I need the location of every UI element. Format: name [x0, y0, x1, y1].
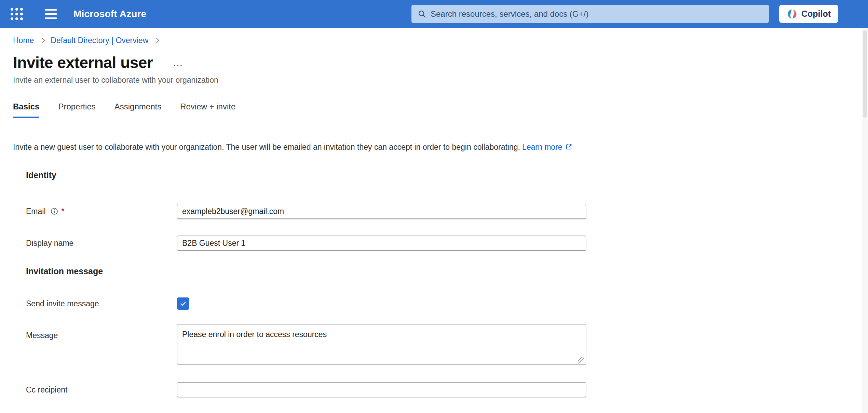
tab-properties[interactable]: Properties: [58, 102, 95, 118]
chevron-right-icon: [40, 38, 45, 43]
global-search[interactable]: [411, 5, 769, 23]
tab-review-invite[interactable]: Review + invite: [180, 102, 235, 118]
cc-recipient-row: Cc recipient: [26, 382, 868, 397]
email-label: Email: [26, 207, 46, 216]
send-invite-checkbox[interactable]: [177, 297, 189, 310]
required-asterisk: *: [62, 207, 65, 216]
display-name-label: Display name: [26, 239, 73, 248]
page-subtitle: Invite an external user to collaborate w…: [13, 76, 868, 85]
send-invite-row: Send invite message: [26, 297, 868, 310]
chevron-right-icon: [154, 38, 160, 43]
cc-recipient-field[interactable]: [177, 382, 586, 397]
resize-handle-icon[interactable]: [578, 357, 584, 363]
learn-more-link[interactable]: Learn more: [522, 143, 562, 151]
tab-assignments[interactable]: Assignments: [114, 102, 161, 118]
intro-text: Invite a new guest user to collaborate w…: [13, 143, 868, 152]
app-launcher-icon[interactable]: [11, 8, 23, 20]
page-title: Invite external user: [13, 53, 153, 72]
copilot-button[interactable]: Copilot: [779, 5, 838, 23]
email-field[interactable]: [177, 204, 586, 219]
email-row: Email *: [26, 204, 868, 219]
display-name-row: Display name: [26, 236, 868, 251]
send-invite-label: Send invite message: [26, 299, 99, 308]
copilot-label: Copilot: [801, 9, 831, 19]
display-name-field[interactable]: [177, 236, 586, 251]
checkmark-icon: [179, 299, 187, 308]
message-field[interactable]: Please enrol in order to access resource…: [177, 324, 586, 364]
external-link-icon[interactable]: [565, 143, 572, 150]
breadcrumb: Home Default Directory | Overview: [13, 36, 868, 45]
section-identity: Identity: [26, 170, 868, 180]
cc-recipient-label: Cc recipient: [26, 385, 67, 395]
search-icon: [418, 10, 426, 18]
topbar: Microsoft Azure Copilot: [0, 0, 868, 28]
brand-title[interactable]: Microsoft Azure: [73, 9, 147, 19]
message-row: Message Please enrol in order to access …: [26, 324, 868, 366]
intro-description: Invite a new guest user to collaborate w…: [13, 143, 520, 151]
info-icon[interactable]: [51, 208, 58, 215]
section-invitation-message: Invitation message: [26, 266, 868, 276]
message-label: Message: [26, 331, 58, 340]
search-input[interactable]: [431, 5, 769, 23]
copilot-icon: [787, 9, 798, 19]
tab-bar: Basics Properties Assignments Review + i…: [13, 102, 868, 118]
tab-basics[interactable]: Basics: [13, 102, 39, 118]
more-options-button[interactable]: …: [173, 61, 184, 65]
menu-icon[interactable]: [45, 9, 57, 19]
breadcrumb-directory-link[interactable]: Default Directory | Overview: [51, 36, 148, 45]
scrollbar-thumb[interactable]: [863, 30, 867, 118]
email-label-group: Email *: [26, 207, 177, 216]
scrollbar-track[interactable]: [862, 28, 868, 413]
main-content: Home Default Directory | Overview Invite…: [0, 36, 868, 397]
breadcrumb-home-link[interactable]: Home: [13, 36, 34, 45]
